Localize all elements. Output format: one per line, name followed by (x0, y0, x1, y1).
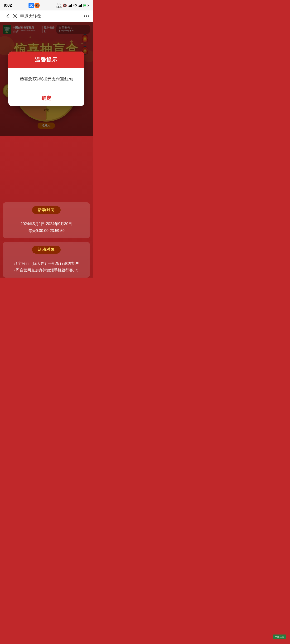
other-app-icon: 🐻 (35, 3, 40, 8)
activity-time-date: 2024年5月1日-2024年9月30日 (7, 220, 86, 228)
activity-target-line1: 辽宁分行（除大连）手机银行邀约客户 (7, 260, 86, 267)
mute-icon: 🔇 (63, 4, 67, 7)
page-title: 幸运大转盘 (20, 13, 84, 19)
banner-area: ✦ ✦ ✦ 🏮 🏮 中国邮政 储蓄银行 (0, 22, 93, 136)
activity-time-section: 活动时间 2024年5月1日-2024年9月30日 每天9:00:00-23:5… (3, 202, 90, 238)
activity-target-tag-wrap: 活动对象 (7, 246, 86, 258)
activity-time-tag-wrap: 活动时间 (7, 206, 86, 218)
dialog-body: 恭喜您获得6.6元支付宝红包 (8, 68, 84, 90)
network-speed: 0.07KB/S (56, 3, 62, 8)
back-button[interactable] (4, 12, 12, 20)
close-button[interactable] (12, 12, 19, 20)
dialog: 温馨提示 恭喜您获得6.6元支付宝红包 确定 (8, 52, 84, 106)
dialog-message: 恭喜您获得6.6元支付宝红包 (14, 76, 79, 83)
activity-time-hours: 每天9:00:00-23:59:59 (7, 228, 86, 234)
dialog-footer: 确定 (8, 90, 84, 106)
activity-time-tag: 活动时间 (32, 206, 61, 214)
signal-bars-2 (78, 4, 82, 7)
activity-target-line2: （即自营网点加办并激活手机银行客户） (7, 267, 86, 274)
network-type: 4G (73, 4, 77, 7)
dialog-header: 温馨提示 (8, 52, 84, 68)
dialog-overlay: 温馨提示 恭喜您获得6.6元支付宝红包 确定 (0, 22, 93, 136)
activity-target-section: 活动对象 辽宁分行（除大连）手机银行邀约客户 （即自营网点加办并激活手机银行客户… (3, 242, 90, 278)
main-content: ✦ ✦ ✦ 🏮 🏮 中国邮政 储蓄银行 (0, 22, 93, 278)
status-time: 9:02 (4, 3, 12, 8)
dialog-confirm-button[interactable]: 确定 (14, 94, 79, 102)
more-button[interactable] (84, 16, 89, 16)
battery-indicator (83, 4, 89, 7)
activity-target-tag: 活动对象 (32, 246, 61, 254)
nav-bar: 幸运大转盘 (0, 10, 93, 22)
alipay-icon: 支 (29, 3, 34, 8)
status-icons: 0.07KB/S 🔇 4G (56, 3, 89, 8)
status-bar: 9:02 支 🐻 0.07KB/S 🔇 4G (0, 0, 93, 10)
signal-bars (68, 4, 72, 7)
dialog-title: 温馨提示 (14, 56, 79, 64)
